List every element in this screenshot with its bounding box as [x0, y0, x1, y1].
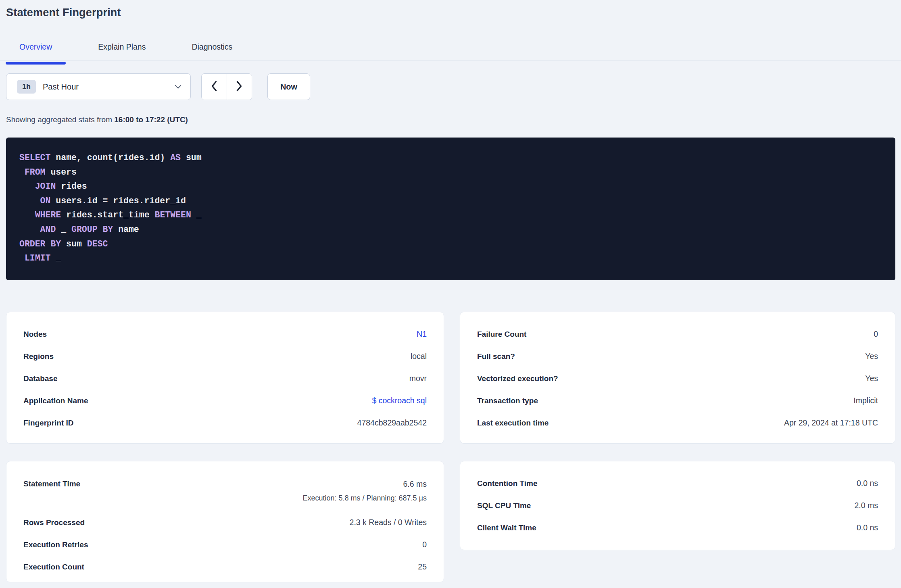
sql-line: ON users.id = rides.rider_id — [19, 194, 887, 209]
sql-keyword: LIMIT — [25, 253, 51, 263]
sql-text — [19, 196, 40, 206]
stat-label: Last execution time — [477, 419, 549, 427]
sql-line: LIMIT _ — [19, 251, 887, 266]
stat-value-wrap: 0 — [874, 329, 878, 339]
stat-row: Vectorized execution?Yes — [477, 367, 878, 390]
stat-row: NodesN1 — [23, 323, 427, 345]
stat-row: Statement Time6.6 msExecution: 5.8 ms / … — [23, 476, 427, 511]
stat-label: Full scan? — [477, 352, 515, 361]
time-stats-card: Contention Time0.0 nsSQL CPU Time2.0 msC… — [460, 461, 895, 550]
page-title: Statement Fingerprint — [6, 6, 121, 19]
stat-value: movr — [409, 374, 427, 383]
value-link[interactable]: $ cockroach sql — [372, 396, 427, 405]
stat-label: Fingerprint ID — [23, 419, 74, 427]
stat-row: Transaction typeImplicit — [477, 390, 878, 412]
chevron-right-icon — [236, 81, 242, 93]
now-button[interactable]: Now — [267, 73, 310, 100]
stat-value-wrap: Implicit — [853, 396, 878, 405]
sql-text: _ — [50, 253, 61, 263]
chevron-left-icon — [211, 81, 217, 93]
sql-line: WHERE rides.start_time BETWEEN _ — [19, 208, 887, 223]
stat-value: Apr 29, 2024 at 17:18 UTC — [784, 418, 878, 427]
stat-label: Execution Count — [23, 563, 84, 571]
sql-text — [19, 225, 40, 234]
stats-period-prefix: Showing aggregated stats from — [6, 115, 114, 124]
stat-value-wrap: 2.0 ms — [854, 501, 878, 510]
sql-keyword: AS — [170, 153, 181, 163]
stat-value: Yes — [865, 374, 878, 383]
sql-keyword: BETWEEN — [154, 210, 191, 220]
stat-value-wrap: 0 — [422, 540, 427, 549]
sql-text: rides — [56, 181, 87, 191]
sql-keyword: SELECT — [19, 153, 50, 163]
statement-stats-card: Statement Time6.6 msExecution: 5.8 ms / … — [6, 461, 444, 582]
sql-text: rides.start_time — [61, 210, 154, 220]
stat-value-wrap: local — [411, 352, 427, 361]
stat-value-wrap: Yes — [865, 352, 878, 361]
stat-row: Failure Count0 — [477, 323, 878, 345]
sql-text: sum — [181, 153, 202, 163]
sql-statement-box: SELECT name, count(rides.id) AS sum FROM… — [6, 138, 895, 280]
stat-label: Statement Time — [23, 476, 80, 492]
tab-diagnostics[interactable]: Diagnostics — [178, 39, 246, 64]
overview-card: NodesN1RegionslocalDatabasemovrApplicati… — [6, 312, 444, 444]
stat-label: SQL CPU Time — [477, 501, 531, 510]
stat-value: 2.0 ms — [854, 501, 878, 510]
stat-value: 0 — [874, 329, 878, 339]
sql-text: users.id = rides.rider_id — [50, 196, 186, 206]
stat-label: Regions — [23, 352, 54, 361]
stat-label: Vectorized execution? — [477, 374, 558, 383]
stat-row: Client Wait Time0.0 ns — [477, 517, 878, 539]
sql-text — [19, 167, 25, 177]
previous-interval-button[interactable] — [202, 74, 227, 100]
stat-value-wrap: 0.0 ns — [857, 523, 878, 532]
time-range-dropdown[interactable]: 1h Past Hour — [6, 73, 191, 100]
stat-value-wrap: 6.6 msExecution: 5.8 ms / Planning: 687.… — [302, 476, 427, 504]
tab-overview[interactable]: Overview — [6, 39, 66, 64]
stat-label: Application Name — [23, 396, 88, 405]
sql-text: name — [113, 225, 139, 234]
sql-keyword: ON — [40, 196, 51, 206]
execution-attributes-card: Failure Count0Full scan?YesVectorized ex… — [460, 312, 895, 444]
value-link[interactable]: N1 — [417, 329, 427, 339]
chevron-down-icon — [175, 85, 181, 89]
tab-explain-plans[interactable]: Explain Plans — [84, 39, 159, 64]
stat-label: Client Wait Time — [477, 523, 536, 532]
stat-value-wrap: 25 — [418, 562, 427, 571]
stat-value: Implicit — [853, 396, 878, 405]
stat-value-wrap: Apr 29, 2024 at 17:18 UTC — [784, 418, 878, 427]
stats-period-text: Showing aggregated stats from 16:00 to 1… — [6, 115, 188, 124]
stat-row: Full scan?Yes — [477, 345, 878, 367]
stat-value: 25 — [418, 562, 427, 571]
sql-keyword: FROM — [25, 167, 46, 177]
stat-label: Nodes — [23, 330, 47, 339]
stat-value-wrap: 2.3 k Reads / 0 Writes — [350, 518, 427, 527]
sql-line: ORDER BY sum DESC — [19, 237, 887, 252]
tab-bar: OverviewExplain PlansDiagnostics — [0, 39, 901, 61]
time-range-badge: 1h — [17, 80, 36, 94]
stat-row: SQL CPU Time2.0 ms — [477, 494, 878, 517]
stat-value: 6.6 ms — [403, 476, 427, 492]
time-step-buttons — [201, 73, 252, 100]
stat-value-wrap: Yes — [865, 374, 878, 383]
stat-row: Fingerprint ID4784cb829aab2542 — [23, 412, 427, 434]
stat-value-wrap: 4784cb829aab2542 — [357, 418, 427, 427]
stat-value: 0.0 ns — [857, 523, 878, 532]
next-interval-button[interactable] — [227, 74, 252, 100]
sql-line: FROM users — [19, 165, 887, 180]
sql-line: SELECT name, count(rides.id) AS sum — [19, 151, 887, 165]
sql-text: _ — [56, 225, 71, 234]
stat-label: Transaction type — [477, 396, 538, 405]
stat-row: Regionslocal — [23, 345, 427, 367]
sql-text — [19, 253, 25, 263]
stat-label: Execution Retries — [23, 540, 88, 549]
sql-keyword: WHERE — [35, 210, 61, 220]
sql-text: name, count(rides.id) — [50, 153, 170, 163]
time-range-label: Past Hour — [43, 82, 79, 92]
sql-text — [19, 181, 35, 191]
stat-value: local — [411, 352, 427, 361]
stat-row: Last execution timeApr 29, 2024 at 17:18… — [477, 412, 878, 434]
stat-value-wrap: $ cockroach sql — [372, 396, 427, 405]
sql-text: _ — [191, 210, 202, 220]
stat-label: Database — [23, 374, 58, 383]
